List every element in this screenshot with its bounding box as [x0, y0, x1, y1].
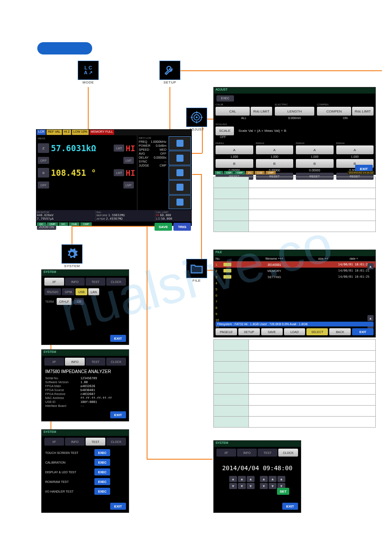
file-icon-box[interactable]: FILE	[186, 259, 207, 285]
file-save-button[interactable]: SAVE	[261, 328, 283, 335]
clock-up[interactable]: ▲	[247, 476, 255, 482]
sys-tab-test[interactable]: TEST	[86, 438, 105, 446]
exec-button[interactable]: EXEC	[94, 488, 110, 495]
term-cr[interactable]: CR	[74, 298, 84, 305]
file-row[interactable]: 4	[214, 280, 375, 286]
param-b-button[interactable]: B	[296, 159, 334, 168]
bottom-tab[interactable]: CUE	[69, 222, 80, 226]
clock-set-button[interactable]: SET	[277, 488, 289, 495]
lmt-button[interactable]: LMT	[123, 157, 134, 164]
adjust-exec[interactable]: EXEC	[216, 95, 234, 102]
side-setup-button[interactable]	[169, 151, 191, 165]
param-a-button[interactable]: A	[336, 145, 374, 154]
cal-button[interactable]: CAL	[216, 107, 250, 116]
file-row[interactable]: 3SETTING14/00/01 18:01:25	[214, 274, 375, 280]
sys-exit-button[interactable]: EXIT	[110, 335, 126, 342]
length-button[interactable]: LENGTH	[275, 107, 314, 116]
param-b-button[interactable]: B	[216, 159, 253, 168]
file-back-button[interactable]: BACK	[329, 328, 351, 335]
sys-tab-clock[interactable]: CLOCK	[106, 438, 126, 446]
setup-icon-box[interactable]: SETUP	[159, 61, 180, 87]
clock-down[interactable]: ▼	[269, 483, 277, 489]
sys-tab-test[interactable]: TEST	[86, 358, 105, 366]
compen-button[interactable]: COMPEN	[317, 107, 351, 116]
adjust-tab[interactable]: CUE	[255, 171, 265, 174]
clock-up[interactable]: ▲	[277, 476, 285, 482]
clock-down[interactable]: ▼	[247, 483, 255, 489]
bottom-tab[interactable]: DC	[37, 222, 46, 226]
sys-tab-clock[interactable]: CLOCK	[278, 449, 298, 457]
clock-up[interactable]: ▲	[229, 476, 237, 482]
clock-down[interactable]: ▼	[238, 483, 246, 489]
param-a-button[interactable]: A	[296, 145, 334, 154]
system-icon-box[interactable]: SYSTEM	[61, 244, 83, 271]
mode-icon-box[interactable]: L C A ↗ MODE	[78, 61, 99, 87]
param-b-button[interactable]: B	[256, 159, 294, 168]
if-rs232c[interactable]: RS232C	[44, 288, 61, 295]
file-setup-button[interactable]: SETUP	[238, 328, 260, 335]
save-button[interactable]: SAVE	[155, 223, 172, 231]
adjust-tab[interactable]: CMP	[266, 171, 276, 174]
file-row[interactable]: 8	[214, 305, 375, 311]
file-page1-2-button[interactable]: PAGE1/2	[216, 328, 237, 335]
clock-up[interactable]: ▲	[238, 476, 246, 482]
rdc-limit2-button[interactable]: Rdc LIMIT	[352, 107, 374, 116]
sys-tab-if[interactable]: I/F	[44, 278, 64, 286]
adjust-tab[interactable]: DC	[246, 171, 254, 174]
sys-tab-if[interactable]: I/F	[44, 358, 64, 366]
sys-tab-if[interactable]: I/F	[216, 449, 236, 457]
scale-button[interactable]: SCALE	[216, 127, 234, 135]
file-row[interactable]: 6	[214, 292, 375, 298]
scroll-top-button[interactable]: ▲	[367, 263, 374, 269]
sys-tab-clock[interactable]: CLOCK	[106, 278, 126, 286]
lmt-button[interactable]: LMT	[114, 145, 124, 152]
file-row[interactable]: 9	[214, 311, 375, 317]
file-row[interactable]: 2MEMORY14/00/01 18:01:21	[214, 268, 375, 274]
sys-tab-if[interactable]: I/F	[44, 438, 64, 446]
off-button[interactable]: OFF	[38, 157, 49, 164]
adjust-tab[interactable]: CMP	[234, 171, 245, 174]
off-button[interactable]: OFF	[38, 181, 49, 189]
sys-exit-button[interactable]: EXIT	[110, 503, 126, 510]
scroll-up-button[interactable]: ▲	[367, 315, 374, 321]
bottom-tab[interactable]: CMP	[80, 222, 91, 226]
lmt-button[interactable]: LMT	[114, 169, 124, 176]
trig-button[interactable]: TRIG	[173, 223, 191, 231]
file-select-button[interactable]: SELECT	[306, 328, 328, 335]
exec-button[interactable]: EXEC	[94, 449, 110, 456]
clock-down[interactable]: ▼	[260, 483, 268, 489]
adjust-tab[interactable]: DC	[215, 171, 223, 174]
file-row[interactable]: 5	[214, 286, 375, 292]
exec-button[interactable]: EXEC	[94, 478, 110, 485]
theta-button[interactable]: θ	[38, 168, 49, 178]
sys-tab-clock[interactable]: CLOCK	[106, 358, 126, 366]
exec-button[interactable]: EXEC	[94, 468, 110, 475]
side-mode-button[interactable]	[169, 136, 191, 150]
z-button[interactable]: Z	[38, 143, 49, 153]
sys-tab-test[interactable]: TEST	[86, 278, 105, 286]
clock-up[interactable]: ▲	[269, 476, 277, 482]
if-lan[interactable]: LAN	[88, 288, 100, 295]
file-row[interactable]: 7	[214, 298, 375, 305]
param-a-button[interactable]: A	[256, 145, 294, 154]
clock-down[interactable]: ▼	[229, 483, 237, 489]
file-row[interactable]: 12014000114/00/01 18:01:27	[214, 261, 375, 268]
side-file-button[interactable]	[169, 195, 191, 209]
sys-tab-info[interactable]: INFO	[65, 358, 85, 366]
rdc-limit-button[interactable]: Rdc LIMIT	[251, 107, 272, 116]
sys-tab-test[interactable]: TEST	[258, 449, 277, 457]
side-adjust-button[interactable]	[169, 166, 191, 180]
exec-button[interactable]: EXEC	[94, 459, 110, 466]
bottom-tab[interactable]: DC	[59, 222, 68, 226]
bottom-tab[interactable]: CMP	[47, 222, 58, 226]
if-usb[interactable]: USB	[76, 288, 87, 295]
param-a-button[interactable]: A	[216, 145, 253, 154]
sys-exit-button[interactable]: EXIT	[282, 503, 298, 510]
sys-tab-info[interactable]: INFO	[65, 438, 85, 446]
sys-tab-info[interactable]: INFO	[237, 449, 257, 457]
file-load-button[interactable]: LOAD	[284, 328, 306, 335]
term-crlf[interactable]: CR+LF	[57, 298, 72, 305]
if-gpib[interactable]: GPIB	[62, 288, 75, 295]
side-system-button[interactable]	[169, 180, 191, 194]
sys-exit-button[interactable]: EXIT	[110, 411, 126, 418]
